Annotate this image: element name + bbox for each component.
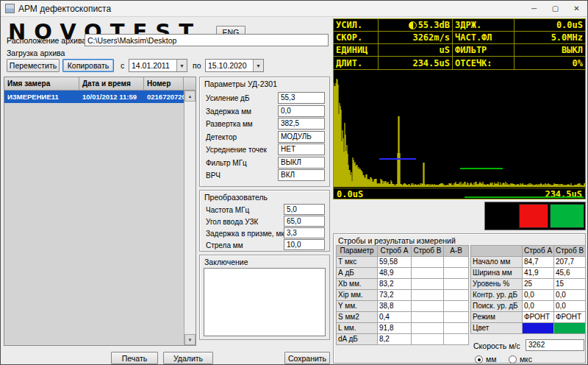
readout-value-text: 3262m/s xyxy=(412,32,450,43)
gates-config-row: Уровень % 25 15 xyxy=(471,279,586,290)
param-label: Усреднение точек xyxy=(206,146,267,154)
gates-config-row: Контр. ур. дБ 0,0 0,0 xyxy=(471,290,586,301)
gates-config-row: Поиск. ур. дБ 0,0 0,0 xyxy=(471,301,586,312)
readout-value-text: 234.5uS xyxy=(412,58,450,68)
result-param: S мм2 xyxy=(337,312,378,323)
gate-b-setting[interactable]: 15 xyxy=(554,279,586,290)
scroll-up-icon[interactable]: ▲ xyxy=(184,91,196,102)
param-value[interactable]: 55,3 xyxy=(278,92,325,104)
param-value[interactable]: 3,3 xyxy=(284,227,325,238)
close-button[interactable]: ✕ xyxy=(566,1,587,17)
readout-value: 55.3dB xyxy=(379,19,453,32)
results-table-header: Параметр Строб А Строб В А-В xyxy=(337,246,469,257)
result-a-b xyxy=(444,301,469,312)
param-row: Задержка в призме, мкс 3,3 xyxy=(200,227,329,239)
result-gate-b xyxy=(412,334,444,345)
date-to-field[interactable]: 15.10.2020 ▼ xyxy=(205,59,264,72)
print-button[interactable]: Печать xyxy=(111,352,158,364)
column-header-filler xyxy=(184,77,196,91)
gate-b-indicator xyxy=(550,204,584,228)
gate-indicator-panel xyxy=(484,202,586,230)
readout-value: 3262m/s xyxy=(379,32,453,44)
gate-b-setting[interactable]: 0,0 xyxy=(554,290,586,301)
delete-button[interactable]: Удалить xyxy=(163,352,213,364)
readout-value: 5.0MHz xyxy=(514,32,585,44)
readout-value-text: 5.0MHz xyxy=(551,32,583,43)
radio-mm[interactable] xyxy=(475,355,483,364)
column-header-number[interactable]: Номер xyxy=(144,77,184,91)
readout-label: ЕДИНИЦ xyxy=(334,44,379,57)
move-button[interactable]: Переместить xyxy=(7,59,60,72)
param-label: Фильтр МГц xyxy=(206,159,247,167)
param-value[interactable]: 5,0 xyxy=(284,204,325,215)
conclusion-textarea[interactable] xyxy=(204,268,326,336)
readout-value-text: uS xyxy=(440,45,450,55)
param-row: Частота МГц 5,0 xyxy=(200,204,329,216)
param-label: Детектор xyxy=(206,133,237,141)
column-header-name[interactable]: Имя замера xyxy=(4,77,79,91)
param-value[interactable]: 10,0 xyxy=(284,239,325,250)
date-from-field[interactable]: 14.01.2011 ▼ xyxy=(129,59,187,72)
measurements-list: Имя замера Дата и время Номер ИЗМЕРЕНИЕ1… xyxy=(4,77,196,346)
param-row: Задержка мм 0,0 xyxy=(200,105,329,118)
gate-a-setting[interactable]: 84,7 xyxy=(523,257,554,268)
app-window: АРМ дефектоскописта ─ ▢ ✕ NOVOTEST ENG Р… xyxy=(0,0,588,365)
chevron-down-icon[interactable]: ▼ xyxy=(253,60,263,71)
archive-path-field[interactable]: C:\Users\Maksim\Desktop xyxy=(85,34,329,46)
gate-setting-label: Начало мм xyxy=(471,257,523,268)
param-value[interactable]: ВКЛ xyxy=(278,169,325,181)
gate-setting-label: Ширина мм xyxy=(471,268,523,279)
gates-config-row: Режим ФРОНТ ФРОНТ xyxy=(471,312,586,323)
gate-b-setting[interactable] xyxy=(554,323,586,334)
measurement-datetime: 10/01/2012 11:59 xyxy=(79,91,144,103)
date-from-label: с xyxy=(121,61,124,70)
maximize-button[interactable]: ▢ xyxy=(545,1,566,17)
gate-b-setting[interactable]: ФРОНТ xyxy=(554,312,586,323)
readout-label: ДЛИТ. xyxy=(334,57,379,69)
archive-load-label: Загрузка архива xyxy=(7,49,65,57)
param-value[interactable]: ВЫКЛ xyxy=(278,157,325,169)
result-gate-b xyxy=(412,301,444,312)
gate-a-setting[interactable] xyxy=(523,323,554,334)
date-from-value: 14.01.2011 xyxy=(132,61,170,70)
scroll-down-icon[interactable]: ▼ xyxy=(184,334,196,345)
gate-b-setting[interactable]: 0,0 xyxy=(554,301,586,312)
readout-value-text: 0% xyxy=(573,58,583,68)
results-header-gate-b: Строб В xyxy=(412,246,444,257)
param-value[interactable]: 0,0 xyxy=(278,105,325,117)
list-scrollbar[interactable]: ▲ ▼ xyxy=(184,91,196,345)
gate-a-line xyxy=(379,158,416,160)
results-row: dA дБ 8,2 xyxy=(337,334,469,345)
radio-mks[interactable] xyxy=(509,355,517,364)
results-row: S мм2 0,4 xyxy=(337,312,469,323)
gate-setting-label: Поиск. ур. дБ xyxy=(471,301,523,312)
result-gate-a: 38,8 xyxy=(378,301,412,312)
save-button[interactable]: Сохранить xyxy=(284,352,330,364)
speed-value[interactable]: 3262 xyxy=(526,339,584,351)
gate-a-setting[interactable]: 25 xyxy=(523,279,554,290)
gate-a-setting[interactable]: 0,0 xyxy=(523,290,554,301)
gate-a-setting[interactable]: 41,9 xyxy=(523,268,554,279)
chevron-down-icon[interactable]: ▼ xyxy=(176,60,187,71)
gate-a-setting[interactable]: 0,0 xyxy=(523,301,554,312)
gate-b-setting[interactable]: 207,7 xyxy=(554,257,586,268)
list-item[interactable]: ИЗМЕРЕНИЕ11 10/01/2012 11:59 0216720720 xyxy=(4,91,196,103)
param-row: Детектор МОДУЛЬ xyxy=(200,131,329,144)
param-value[interactable]: 65,0 xyxy=(284,216,325,227)
transducer-panel: Преобразователь Частота МГц 5,0 Угол вво… xyxy=(199,190,330,252)
param-value[interactable]: 382,5 xyxy=(278,118,325,130)
gate-b-setting[interactable]: 45,6 xyxy=(554,268,586,279)
gate-a-setting[interactable]: ФРОНТ xyxy=(523,312,554,323)
param-value[interactable]: МОДУЛЬ xyxy=(278,131,325,143)
result-param: Т мкс xyxy=(337,257,378,268)
speed-label: Скорость м/с xyxy=(473,341,520,350)
minimize-button[interactable]: ─ xyxy=(523,1,545,17)
result-param: Хb мм. xyxy=(337,279,378,290)
gate-setting-label: Контр. ур. дБ xyxy=(471,290,523,301)
param-value[interactable]: НЕТ xyxy=(278,143,325,155)
column-header-datetime[interactable]: Дата и время xyxy=(79,77,144,91)
archive-location-label: Расположение архива: xyxy=(7,36,88,45)
result-gate-b xyxy=(412,312,444,323)
copy-button[interactable]: Копировать xyxy=(62,59,114,72)
scale-start: 0.0uS xyxy=(337,189,363,199)
